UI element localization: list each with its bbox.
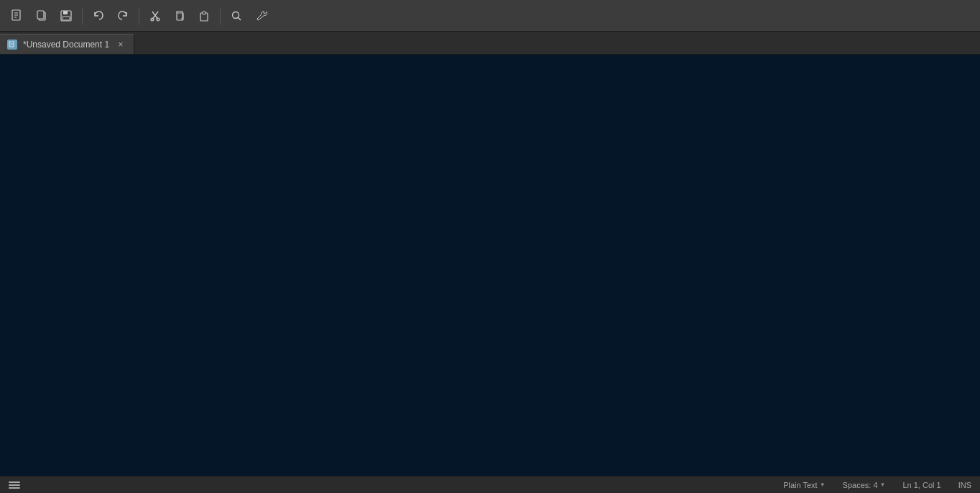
svg-rect-15 (203, 11, 205, 14)
language-label: Plain Text (783, 481, 818, 489)
statusbar-right: Plain Text ▼ Spaces: 4 ▼ Ln 1, Col 1 INS (780, 481, 974, 489)
svg-line-17 (239, 17, 241, 20)
cut-button[interactable] (144, 4, 167, 27)
status-bar: Plain Text ▼ Spaces: 4 ▼ Ln 1, Col 1 INS (0, 476, 980, 493)
spaces-dropdown-icon: ▼ (880, 482, 886, 488)
find-button[interactable] (225, 4, 248, 27)
copy-button[interactable] (168, 4, 191, 27)
spaces-selector[interactable]: Spaces: 4 ▼ (840, 481, 889, 489)
document-tab[interactable]: *Unsaved Document 1 × (0, 34, 134, 54)
redo-button[interactable] (111, 4, 134, 27)
ins-label: INS (958, 481, 971, 489)
editor-area[interactable] (0, 55, 980, 476)
tab-file-icon (7, 40, 17, 50)
position-label: Ln 1, Col 1 (902, 481, 940, 489)
svg-rect-7 (63, 11, 68, 14)
separator-1 (82, 7, 83, 24)
paste-button[interactable] (193, 4, 216, 27)
duplicate-button[interactable] (30, 4, 53, 27)
save-button[interactable] (55, 4, 78, 27)
svg-rect-18 (9, 41, 14, 47)
separator-2 (139, 7, 139, 24)
undo-button[interactable] (87, 4, 110, 27)
new-file-button[interactable] (6, 4, 29, 27)
tools-button[interactable] (249, 4, 272, 27)
language-dropdown-icon: ▼ (820, 482, 826, 488)
spaces-label: Spaces: 4 (843, 481, 878, 489)
ins-mode[interactable]: INS (956, 481, 974, 489)
tab-bar: *Unsaved Document 1 × (0, 32, 980, 55)
toolbar (0, 0, 980, 32)
language-selector[interactable]: Plain Text ▼ (780, 481, 828, 489)
cursor-position: Ln 1, Col 1 (900, 481, 943, 489)
svg-point-16 (233, 11, 239, 18)
svg-rect-8 (63, 17, 70, 20)
sidebar-toggle-button[interactable] (6, 479, 23, 491)
statusbar-left (6, 479, 23, 491)
tab-close-button[interactable]: × (115, 39, 126, 50)
separator-3 (220, 7, 221, 24)
tab-title: *Unsaved Document 1 (23, 40, 109, 50)
sidebar-icon (9, 479, 20, 491)
svg-rect-5 (37, 11, 44, 19)
